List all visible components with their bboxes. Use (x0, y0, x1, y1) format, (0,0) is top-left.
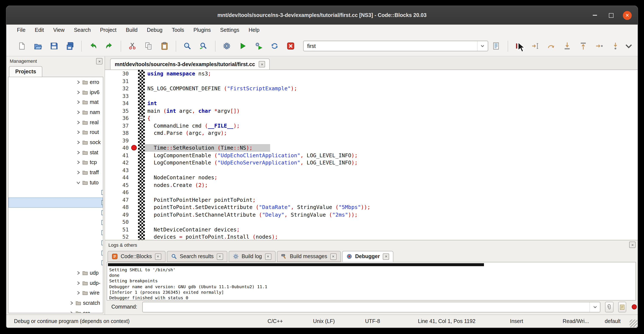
tree-item-se[interactable]: se (8, 238, 103, 248)
tree-item-erro[interactable]: erro (8, 77, 103, 87)
debugger-command-combo[interactable] (142, 301, 600, 312)
script-icon[interactable] (488, 39, 504, 53)
code-editor[interactable]: 30using namespace ns3;3132NS_LOG_COMPONE… (105, 70, 638, 240)
menu-help[interactable]: Help (244, 25, 264, 36)
chevron-right-icon[interactable] (70, 301, 75, 305)
find-icon[interactable] (180, 39, 196, 53)
menu-settings[interactable]: Settings (216, 25, 244, 36)
open-file-icon[interactable] (30, 39, 46, 53)
chevron-right-icon[interactable] (76, 170, 82, 175)
chevron-right-icon[interactable] (76, 100, 82, 104)
menu-edit[interactable]: Edit (30, 25, 48, 36)
step-into-icon[interactable] (559, 39, 576, 53)
tree-item-real[interactable]: real (8, 117, 103, 127)
tree-item-he[interactable]: he (8, 218, 103, 228)
undo-icon[interactable] (85, 39, 101, 53)
tree-item-se[interactable]: se (8, 228, 103, 238)
logs-tab-search-results[interactable]: Search results (166, 251, 227, 262)
run-to-cursor-icon[interactable] (527, 39, 544, 53)
code-line-31[interactable]: 31 (105, 77, 638, 85)
chevron-down-icon[interactable] (76, 180, 82, 185)
abort-build-icon[interactable] (282, 39, 299, 53)
debugger-command-input[interactable] (143, 301, 590, 312)
code-line-50[interactable]: 50 (105, 218, 638, 226)
code-line-48[interactable]: 48 pointToPoint.SetDeviceAttribute ("Dat… (105, 203, 638, 211)
code-line-51[interactable]: 51 NetDeviceContainer devices; (105, 226, 638, 233)
menu-search[interactable]: Search (69, 25, 95, 36)
code-line-32[interactable]: 32NS_LOG_COMPONENT_DEFINE ("FirstScriptE… (105, 85, 638, 92)
tree-item-sock[interactable]: sock (8, 137, 103, 147)
tree-item-udp-[interactable]: udp- (8, 278, 103, 288)
close-icon[interactable] (383, 253, 389, 260)
code-line-41[interactable]: 41 LogComponentEnable ("UdpEchoClientApp… (105, 152, 638, 159)
chevron-right-icon[interactable] (76, 291, 82, 295)
run-icon[interactable] (235, 39, 251, 53)
tree-item-th[interactable]: th (8, 258, 103, 268)
chevron-down-icon[interactable] (623, 41, 634, 52)
code-line-35[interactable]: 35main (int argc, char *argv[]) (105, 107, 638, 114)
code-line-42[interactable]: 42 LogComponentEnable ("UdpEchoServerApp… (105, 159, 638, 166)
resize-grip-icon[interactable] (630, 319, 637, 327)
code-line-34[interactable]: 34int (105, 100, 638, 107)
close-icon[interactable] (330, 253, 336, 260)
tree-item-src[interactable]: src (8, 308, 103, 313)
chevron-right-icon[interactable] (76, 140, 82, 145)
chevron-right-icon[interactable] (76, 160, 82, 165)
chevron-right-icon[interactable] (70, 311, 75, 313)
code-line-49[interactable]: 49 pointToPoint.SetChannelAttribute ("De… (105, 211, 638, 218)
code-line-43[interactable]: 43 (105, 166, 638, 174)
close-icon[interactable] (155, 253, 161, 260)
code-line-45[interactable]: 45 nodes.Create (2); (105, 181, 638, 189)
tree-item-tuto[interactable]: tuto (8, 178, 103, 188)
save-all-icon[interactable] (62, 39, 78, 53)
close-icon[interactable] (216, 253, 223, 260)
new-file-icon[interactable] (14, 39, 30, 53)
paste-icon[interactable] (156, 39, 172, 53)
menu-build[interactable]: Build (121, 25, 142, 36)
logs-tab-debugger[interactable]: Debugger (342, 251, 394, 262)
tree-item-stat[interactable]: stat (8, 148, 103, 157)
chevron-down-icon[interactable] (477, 41, 488, 51)
clipboard-icon[interactable] (618, 301, 626, 312)
menu-tools[interactable]: Tools (167, 25, 189, 36)
chevron-right-icon[interactable] (76, 130, 82, 135)
tree-item-wire[interactable]: wire (8, 288, 103, 298)
tree-item-nam[interactable]: nam (8, 107, 103, 117)
code-line-44[interactable]: 44 NodeContainer nodes; (105, 174, 638, 181)
menu-project[interactable]: Project (95, 25, 121, 36)
chevron-right-icon[interactable] (76, 120, 82, 124)
code-line-38[interactable]: 38 cmd.Parse (argc, argv); (105, 129, 638, 137)
tree-item-fif[interactable]: fif (8, 188, 103, 197)
tree-item-traff[interactable]: traff (8, 167, 103, 177)
breakpoint-marker[interactable] (131, 145, 137, 150)
code-line-52[interactable]: 52 devices = pointToPoint.Install (nodes… (105, 233, 638, 240)
logs-tab-build-messages[interactable]: Build messages (277, 251, 341, 262)
chevron-right-icon[interactable] (76, 150, 82, 155)
tree-item-fo[interactable]: fo (8, 208, 103, 218)
code-line-39[interactable]: 39 (105, 137, 638, 144)
chevron-down-icon[interactable] (590, 302, 600, 312)
code-line-47[interactable]: 47 PointToPointHelper pointToPoint; (105, 196, 638, 203)
menu-file[interactable]: File (12, 25, 30, 36)
chevron-right-icon[interactable] (76, 80, 82, 84)
code-line-40[interactable]: 40 Time::SetResolution (Time::NS); (105, 144, 638, 152)
close-icon[interactable] (265, 253, 271, 260)
menu-view[interactable]: View (48, 25, 69, 36)
chevron-right-icon[interactable] (76, 90, 82, 94)
tree-item-fir[interactable]: fir (8, 198, 103, 208)
tree-item-six[interactable]: six (8, 248, 103, 258)
code-line-33[interactable]: 33 (105, 92, 638, 100)
menu-plugins[interactable]: Plugins (189, 25, 216, 36)
debugger-log[interactable]: Setting SHELL to '/bin/sh'doneSetting br… (107, 262, 636, 300)
step-out-icon[interactable] (576, 39, 592, 53)
code-line-36[interactable]: 36{ (105, 114, 638, 122)
code-line-37[interactable]: 37 CommandLine cmd (__FILE__); (105, 122, 638, 129)
cut-icon[interactable] (124, 39, 140, 53)
tree-item-udp[interactable]: udp (8, 268, 103, 278)
tree-item-ipv6[interactable]: ipv6 (8, 87, 103, 97)
logs-tab-code-blocks[interactable]: Code::Blocks (108, 251, 165, 262)
editor-tab-first-cc[interactable]: mnt/dev/tools/source/ns-3-dev/examples/t… (110, 59, 270, 70)
save-icon[interactable] (46, 39, 62, 53)
close-icon[interactable] (259, 61, 265, 67)
fold-marker[interactable] (139, 116, 144, 120)
